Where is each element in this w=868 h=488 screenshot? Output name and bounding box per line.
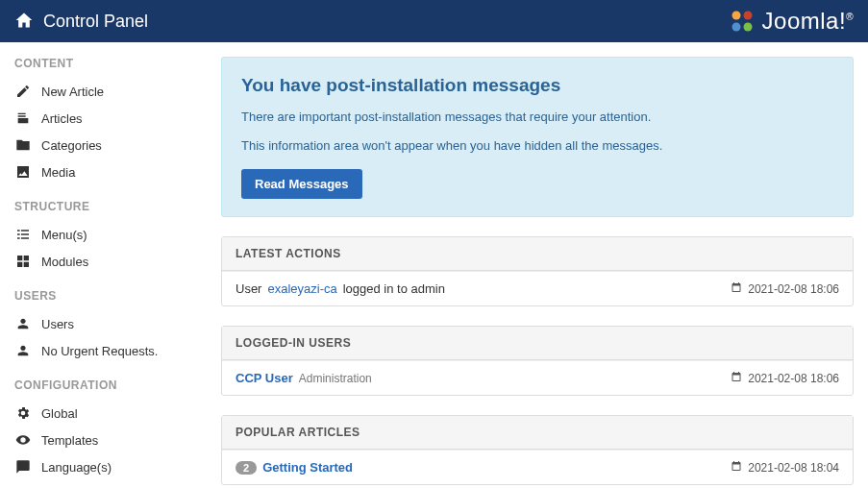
timestamp: 2021-02-08 18:04 — [748, 461, 839, 475]
sidebar-section-structure: STRUCTURE — [14, 200, 202, 213]
action-text-suffix: logged in to admin — [343, 281, 445, 296]
nav-new-article[interactable]: New Article — [14, 78, 202, 105]
calendar-icon — [731, 460, 742, 475]
nav-languages[interactable]: Language(s) — [14, 453, 202, 480]
hit-count-badge: 2 — [236, 461, 257, 475]
post-install-alert: You have post-installation messages Ther… — [221, 57, 854, 217]
nav-label: Categories — [41, 138, 102, 153]
stack-icon — [14, 110, 32, 127]
list-icon — [14, 226, 32, 243]
nav-modules[interactable]: Modules — [14, 248, 202, 275]
sidebar-section-configuration: CONFIGURATION — [14, 378, 202, 392]
nav-label: Language(s) — [41, 460, 112, 475]
latest-action-row: User exaleyazi-ca logged in to admin 202… — [222, 271, 853, 305]
logged-in-user-link[interactable]: CCP User — [236, 371, 293, 385]
svg-point-0 — [732, 12, 740, 20]
grid-icon — [14, 253, 32, 270]
content-area: You have post-installation messages Ther… — [211, 42, 868, 488]
nav-label: Users — [41, 317, 74, 331]
nav-users[interactable]: Users — [14, 310, 202, 337]
svg-point-3 — [743, 23, 752, 32]
nav-urgent-requests[interactable]: No Urgent Requests. — [14, 337, 202, 364]
page-title: Control Panel — [43, 12, 148, 32]
folder-icon — [14, 136, 32, 154]
gear-icon — [14, 404, 32, 422]
logged-in-row: CCP User Administration 2021-02-08 18:06 — [222, 360, 853, 395]
chat-icon — [14, 458, 32, 476]
brand-text: Joomla!® — [762, 8, 854, 35]
panel-latest-actions: LATEST ACTIONS User exaleyazi-ca logged … — [221, 236, 854, 306]
article-link[interactable]: Getting Started — [262, 460, 353, 475]
timestamp: 2021-02-08 18:06 — [748, 282, 839, 296]
nav-templates[interactable]: Templates — [14, 427, 202, 453]
nav-label: Menu(s) — [41, 228, 87, 242]
calendar-icon — [731, 281, 742, 296]
sidebar-section-users: USERS — [14, 289, 202, 303]
panel-header: POPULAR ARTICLES — [222, 416, 853, 450]
action-user-link[interactable]: exaleyazi-ca — [267, 281, 336, 296]
panel-logged-in-users: LOGGED-IN USERS CCP User Administration … — [221, 326, 854, 396]
nav-menus[interactable]: Menu(s) — [14, 221, 202, 248]
user-icon — [14, 315, 32, 332]
joomla-icon — [728, 7, 756, 36]
svg-point-2 — [732, 23, 740, 32]
nav-media[interactable]: Media — [14, 159, 202, 185]
read-messages-button[interactable]: Read Messages — [241, 169, 362, 199]
panel-popular-articles: POPULAR ARTICLES 2 Getting Started 2021-… — [221, 415, 854, 485]
nav-label: Articles — [41, 111, 83, 126]
alert-title: You have post-installation messages — [241, 75, 833, 96]
nav-label: New Article — [41, 85, 104, 99]
nav-categories[interactable]: Categories — [14, 132, 202, 159]
nav-global[interactable]: Global — [14, 400, 202, 427]
alert-text-1: There are important post-installation me… — [241, 108, 833, 127]
svg-point-1 — [743, 12, 752, 20]
sidebar: CONTENT New Article Articles Categories … — [0, 42, 211, 488]
panel-header: LOGGED-IN USERS — [222, 327, 853, 360]
sidebar-section-content: CONTENT — [14, 57, 202, 70]
nav-articles[interactable]: Articles — [14, 105, 202, 132]
home-icon[interactable] — [14, 11, 34, 33]
calendar-icon — [731, 371, 742, 385]
popular-article-row: 2 Getting Started 2021-02-08 18:04 — [222, 450, 853, 484]
nav-label: Media — [41, 165, 75, 180]
topbar: Control Panel Joomla!® — [0, 0, 868, 42]
pencil-icon — [14, 83, 32, 100]
eye-icon — [14, 431, 32, 449]
timestamp: 2021-02-08 18:06 — [748, 372, 839, 385]
brand-logo[interactable]: Joomla!® — [728, 7, 854, 36]
nav-label: Templates — [41, 433, 98, 448]
nav-label: Global — [41, 406, 78, 421]
user-icon — [14, 342, 32, 359]
image-icon — [14, 163, 32, 181]
action-text-prefix: User — [236, 281, 261, 296]
panel-header: LATEST ACTIONS — [222, 237, 853, 271]
nav-label: No Urgent Requests. — [41, 344, 158, 358]
logged-in-area: Administration — [299, 372, 372, 385]
nav-label: Modules — [41, 255, 88, 269]
alert-text-2: This information area won't appear when … — [241, 136, 833, 156]
